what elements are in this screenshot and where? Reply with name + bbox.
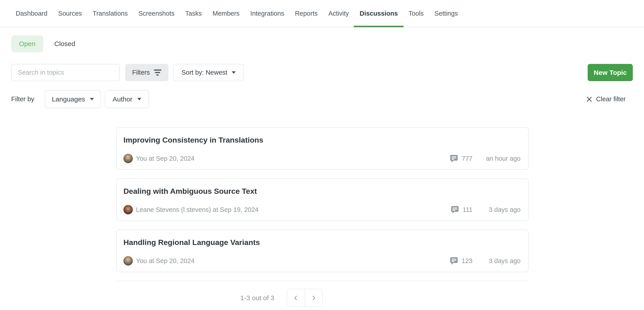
comment-count-group: 111 (450, 205, 472, 214)
nav-item-screenshots[interactable]: Screenshots (138, 0, 174, 27)
clear-filter-button[interactable]: Clear filter (586, 95, 626, 103)
previous-page-button[interactable] (287, 289, 305, 307)
avatar (124, 256, 133, 266)
topic-author-date: Leane Stevens (l.stevens) at Sep 19, 202… (136, 206, 258, 213)
nav-item-translations[interactable]: Translations (92, 0, 128, 27)
new-topic-button[interactable]: New Topic (588, 64, 633, 81)
comment-bubble-icon (450, 205, 459, 214)
avatar (124, 154, 133, 163)
nav-item-activity[interactable]: Activity (328, 0, 349, 27)
topic-meta-row: You at Sep 20, 2024 777 an hour ago (124, 154, 520, 163)
close-icon (586, 96, 592, 103)
nav-item-dashboard[interactable]: Dashboard (16, 0, 48, 27)
filter-lines-icon (154, 69, 162, 75)
languages-dropdown[interactable]: Languages (45, 90, 101, 108)
topic-card[interactable]: Dealing with Ambiguous Source Text Leane… (116, 178, 528, 221)
topic-meta-row: You at Sep 20, 2024 123 3 days ago (124, 256, 520, 266)
comment-count: 777 (462, 155, 472, 162)
comment-bubble-icon (450, 154, 458, 163)
topic-last-activity: 3 days ago (472, 206, 520, 213)
next-page-button[interactable] (305, 289, 322, 307)
chevron-left-icon (293, 295, 299, 301)
filters-button-label: Filters (132, 69, 150, 76)
nav-item-integrations[interactable]: Integrations (250, 0, 284, 27)
filters-button[interactable]: Filters (125, 64, 168, 81)
topic-title-link[interactable]: Improving Consistency in Translations (124, 136, 263, 144)
topic-author-date: You at Sep 20, 2024 (136, 257, 194, 265)
caret-down-icon (232, 71, 236, 74)
comment-count-group: 123 (450, 257, 472, 265)
pagination: 1-3 out of 3 (240, 289, 528, 307)
filter-by-label: Filter by (11, 95, 34, 103)
comment-count: 123 (462, 257, 472, 265)
author-dropdown[interactable]: Author (105, 90, 149, 108)
topics-list: Improving Consistency in Translations Yo… (116, 127, 528, 307)
author-dropdown-label: Author (112, 95, 132, 103)
sort-by-label: Sort by: Newest (182, 69, 228, 76)
caret-down-icon (137, 98, 141, 100)
comment-bubble-icon (450, 257, 458, 265)
chevron-right-icon (310, 295, 317, 301)
topic-card[interactable]: Handling Regional Language Variants You … (116, 230, 528, 272)
nav-item-members[interactable]: Members (213, 0, 240, 27)
topic-title-link[interactable]: Dealing with Ambiguous Source Text (124, 187, 257, 196)
list-divider (116, 281, 528, 281)
tab-closed[interactable]: Closed (54, 40, 75, 48)
filter-by-row: Filter by Languages Author Clear filter (0, 90, 644, 108)
nav-item-sources[interactable]: Sources (58, 0, 82, 27)
pagination-buttons (287, 289, 323, 307)
tab-open[interactable]: Open (11, 35, 43, 52)
nav-item-tools[interactable]: Tools (408, 0, 424, 27)
topic-card[interactable]: Improving Consistency in Translations Yo… (116, 127, 528, 170)
nav-item-discussions-active[interactable]: Discussions (360, 0, 398, 27)
topic-last-activity: 3 days ago (472, 257, 520, 265)
nav-item-settings[interactable]: Settings (434, 0, 458, 27)
topic-meta-row: Leane Stevens (l.stevens) at Sep 19, 202… (124, 205, 520, 215)
topic-title-link[interactable]: Handling Regional Language Variants (124, 238, 260, 247)
topics-toolbar: Filters Sort by: Newest New Topic (0, 64, 644, 81)
languages-dropdown-label: Languages (52, 95, 85, 103)
nav-item-reports[interactable]: Reports (295, 0, 318, 27)
topic-author-date: You at Sep 20, 2024 (136, 155, 194, 162)
nav-item-tasks[interactable]: Tasks (185, 0, 202, 27)
sort-by-dropdown[interactable]: Sort by: Newest (173, 64, 244, 81)
top-navigation: Dashboard Sources Translations Screensho… (0, 0, 644, 27)
pagination-summary: 1-3 out of 3 (240, 294, 274, 302)
comment-count-group: 777 (450, 154, 472, 163)
search-input[interactable] (11, 64, 120, 81)
avatar (124, 205, 133, 214)
status-tabs: Open Closed (11, 35, 644, 52)
comment-count: 111 (463, 206, 472, 213)
clear-filter-label: Clear filter (596, 95, 626, 103)
topic-last-activity: an hour ago (472, 155, 520, 162)
caret-down-icon (90, 98, 94, 100)
